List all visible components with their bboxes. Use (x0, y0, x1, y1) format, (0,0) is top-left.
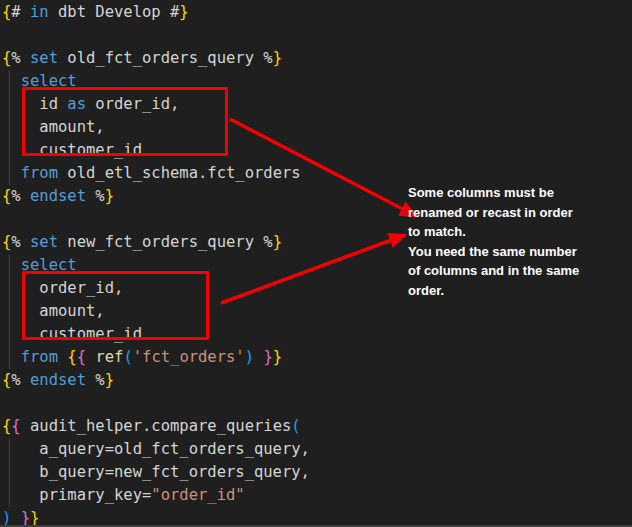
annotation-line: Some columns must be (408, 183, 598, 203)
annotation-line: renamed or recast in order (408, 203, 598, 223)
code-line: primary_key="order_id" (2, 484, 310, 507)
code-line: from {{ ref('fct_orders') }} (2, 346, 310, 369)
code-line (2, 24, 310, 47)
code-line: {% set old_fct_orders_query %} (2, 47, 310, 70)
annotation-line: You need the same number (408, 242, 598, 262)
annotation-note: Some columns must be renamed or recast i… (408, 183, 598, 300)
code-line: {% set new_fct_orders_query %} (2, 231, 310, 254)
code-line: from old_etl_schema.fct_orders (2, 162, 310, 185)
code-line: {# in dbt Develop #} (2, 1, 310, 24)
code-line: a_query=old_fct_orders_query, (2, 438, 310, 461)
code-line: {{ audit_helper.compare_queries( (2, 415, 310, 438)
annotation-line: order. (408, 281, 598, 301)
highlight-box-old-columns (22, 87, 228, 156)
code-line: {% endset %} (2, 369, 310, 392)
highlight-box-new-columns (22, 271, 209, 340)
annotation-line: of columns and in the same (408, 261, 598, 281)
code-editor[interactable]: {# in dbt Develop #}{% set old_fct_order… (2, 1, 310, 527)
code-line: {% endset %} (2, 185, 310, 208)
editor-window: {# in dbt Develop #}{% set old_fct_order… (0, 0, 632, 527)
annotation-line: to match. (408, 222, 598, 242)
code-line (2, 392, 310, 415)
code-line (2, 208, 310, 231)
code-line: b_query=new_fct_orders_query, (2, 461, 310, 484)
code-line: ) }} (2, 507, 310, 527)
